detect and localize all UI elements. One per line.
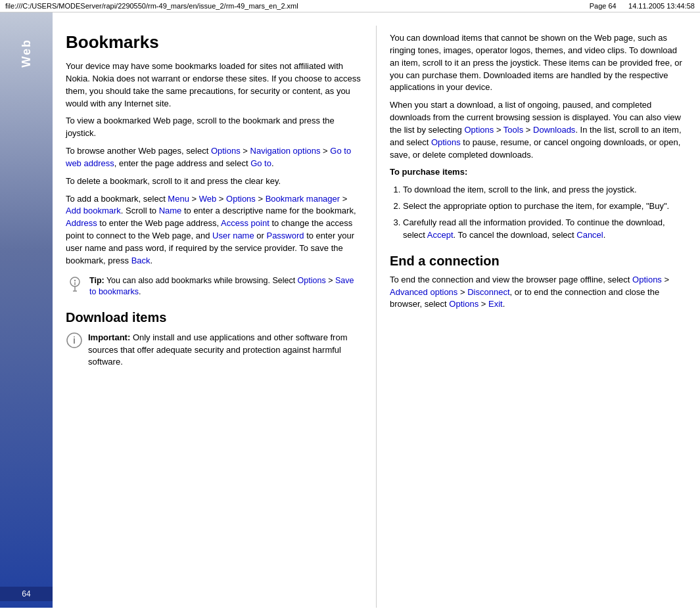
options-link-4[interactable]: Options — [431, 137, 461, 147]
downloads-link[interactable]: Downloads — [533, 125, 575, 135]
cancel-link[interactable]: Cancel — [576, 230, 603, 240]
exit-link[interactable]: Exit — [488, 299, 503, 309]
important-text: Important: Only install and use applicat… — [88, 332, 363, 369]
purchase-title: To purchase items: — [390, 166, 687, 179]
page-container: Web 64 Bookmarks Your device may have so… — [0, 12, 700, 608]
page-info: Page 64 14.11.2005 13:44:58 — [590, 2, 695, 10]
options-link-1[interactable]: Options — [211, 146, 241, 156]
svg-point-3 — [74, 279, 76, 281]
user-name-link[interactable]: User name — [212, 231, 254, 240]
tip-icon — [66, 275, 84, 294]
end-connection-title: End a connection — [390, 254, 687, 269]
accept-link[interactable]: Accept — [427, 230, 454, 240]
access-point-link[interactable]: Access point — [221, 218, 269, 228]
tip-options-link[interactable]: Options — [298, 276, 326, 285]
end-connection-para: To end the connection and view the brows… — [390, 274, 687, 311]
bookmarks-para3: To browse another Web pages, select Opti… — [66, 145, 363, 170]
password-link[interactable]: Password — [266, 231, 304, 240]
svg-text:i: i — [73, 335, 76, 346]
right-para1: You can download items that cannot be sh… — [390, 32, 687, 94]
sidebar-label: Web — [20, 39, 34, 68]
tip-box: Tip: You can also add bookmarks while br… — [66, 275, 363, 298]
purchase-item-2: Select the appropriate option to purchas… — [403, 200, 687, 213]
end-options2-link[interactable]: Options — [449, 299, 478, 309]
menu-link[interactable]: Menu — [168, 194, 189, 204]
end-options-link[interactable]: Options — [632, 275, 662, 284]
purchase-item-1: To download the item, scroll to the link… — [403, 184, 687, 196]
right-para2: When you start a download, a list of ong… — [390, 99, 687, 161]
bookmarks-para5: To add a bookmark, select Menu > Web > O… — [66, 193, 363, 267]
main-content: Bookmarks Your device may have some book… — [53, 12, 700, 608]
tip-label: Tip: — [89, 276, 105, 285]
advanced-options-link[interactable]: Advanced options — [390, 287, 457, 297]
download-title: Download items — [66, 310, 363, 325]
web-link[interactable]: Web — [199, 194, 217, 204]
bookmarks-para4: To delete a bookmark, scroll to it and p… — [66, 175, 363, 188]
address-link[interactable]: Address — [66, 218, 97, 228]
bookmarks-para2: To view a bookmarked Web page, scroll to… — [66, 115, 363, 140]
top-bar: file:///C:/USERS/MODEServer/rapi/2290550… — [0, 0, 700, 12]
tip-text: Tip: You can also add bookmarks while br… — [89, 275, 363, 298]
important-icon: i — [66, 332, 83, 349]
navigation-options-link[interactable]: Navigation options — [250, 146, 321, 156]
left-column: Bookmarks Your device may have some book… — [53, 26, 377, 608]
purchase-list: To download the item, scroll to the link… — [403, 184, 687, 241]
important-box: i Important: Only install and use applic… — [66, 332, 363, 369]
important-label: Important: — [88, 332, 130, 342]
back-link[interactable]: Back — [131, 256, 151, 265]
right-column: You can download items that cannot be sh… — [377, 26, 700, 608]
bookmarks-para1: Your device may have some bookmarks load… — [66, 60, 363, 110]
add-bookmark-link[interactable]: Add bookmark — [66, 206, 121, 215]
options-link-3[interactable]: Options — [464, 125, 494, 135]
bookmark-manager-link[interactable]: Bookmark manager — [266, 194, 340, 204]
purchase-item-3: Carefully read all the information provi… — [403, 217, 687, 242]
disconnect-link[interactable]: Disconnect — [467, 287, 509, 297]
go-to-link[interactable]: Go to — [250, 158, 271, 168]
date-label: 14.11.2005 13:44:58 — [628, 2, 695, 10]
bookmarks-title: Bookmarks — [66, 32, 363, 53]
page-label: Page 64 — [590, 2, 617, 10]
sidebar: Web 64 — [0, 12, 53, 608]
page-number: 64 — [0, 587, 53, 601]
filepath: file:///C:/USERS/MODEServer/rapi/2290550… — [5, 2, 298, 10]
name-link[interactable]: Name — [159, 206, 182, 215]
tools-link[interactable]: Tools — [503, 125, 523, 135]
options-link-2[interactable]: Options — [226, 194, 256, 204]
